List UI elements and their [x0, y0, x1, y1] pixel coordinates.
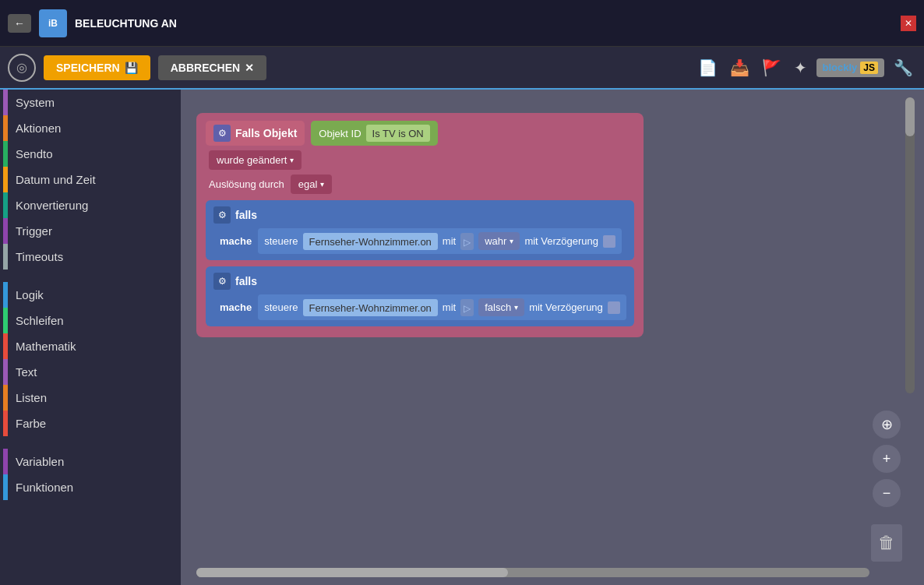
close-button[interactable]: ✕	[901, 16, 916, 31]
back-button[interactable]: ←	[8, 14, 31, 33]
steuere-2-label: steuere	[264, 301, 298, 313]
gear-icon-2[interactable]: ⚙	[213, 273, 231, 290]
wurde-geaendert-label: wurde geändert	[217, 154, 287, 166]
objekt-id-label: Objekt ID	[319, 128, 361, 139]
inner-block-2: ⚙ falls mache steuere Fernseher-Wohnzimm…	[206, 266, 634, 326]
cancel-button[interactable]: ABBRECHEN ✕	[158, 55, 266, 80]
sidebar-item-farbe[interactable]: Farbe	[0, 411, 181, 436]
wurde-geaendert-dropdown[interactable]: wurde geändert ▾	[209, 150, 302, 170]
mit-1-label: mit	[443, 235, 456, 247]
objekt-id-value-box[interactable]: Is TV is ON	[366, 125, 430, 142]
js-label: JS	[860, 62, 878, 74]
falls-1-label: falls	[235, 209, 257, 221]
mit-verzoegerung-1-label: mit Verzögerung	[524, 235, 598, 247]
zoom-out-button[interactable]: −	[873, 479, 901, 507]
sidebar-divider-2	[0, 436, 181, 449]
mache-1-label: mache	[220, 235, 252, 247]
horizontal-scrollbar-thumb	[196, 568, 508, 577]
app-icon: iB	[39, 9, 67, 37]
sidebar-item-system[interactable]: System	[0, 90, 181, 115]
wert-connector-1: ▷	[460, 233, 474, 250]
falsch-dropdown[interactable]: falsch ▾	[478, 298, 524, 316]
sidebar-item-trigger[interactable]: Trigger	[0, 218, 181, 244]
mache-2-row: mache steuere Fernseher-Wohnzimmer.on mi…	[213, 294, 626, 320]
mache-1-row: mache steuere Fernseher-Wohnzimmer.on mi…	[213, 228, 626, 254]
objekt-id-value: Is TV is ON	[372, 128, 424, 139]
sidebar-item-variablen[interactable]: Variablen	[0, 449, 181, 474]
verzoegerung-checkbox-1[interactable]	[603, 235, 615, 248]
sidebar-item-sendto[interactable]: Sendto	[0, 141, 181, 167]
ausloesung-durch-label: Auslösung durch	[209, 178, 284, 190]
save-icon: 💾	[125, 62, 138, 74]
device-2-box[interactable]: Fernseher-Wohnzimmer.on	[303, 299, 438, 316]
vertical-scrollbar-thumb	[905, 97, 915, 136]
canvas-area[interactable]: ⚙ Falls Objekt Objekt ID Is TV is ON wur…	[181, 90, 924, 585]
sidebar-item-funktionen[interactable]: Funktionen	[0, 474, 181, 500]
inner-block-1: ⚙ falls mache steuere Fernseher-Wohnzimm…	[206, 200, 634, 260]
import-icon-button[interactable]: 📄	[695, 55, 721, 80]
outer-block: ⚙ Falls Objekt Objekt ID Is TV is ON wur…	[196, 113, 644, 337]
sidebar-item-logik[interactable]: Logik	[0, 282, 181, 308]
target-icon: ◎	[8, 54, 36, 82]
wahr-dropdown[interactable]: wahr ▾	[478, 232, 520, 250]
objekt-id-block[interactable]: Objekt ID Is TV is ON	[311, 121, 437, 146]
row-falls-objekt: ⚙ Falls Objekt Objekt ID Is TV is ON	[206, 121, 634, 146]
sidebar-item-konvertierung[interactable]: Konvertierung	[0, 192, 181, 218]
zoom-controls: ⊕ + −	[873, 411, 901, 507]
export-icon-button[interactable]: 📥	[727, 55, 753, 80]
sidebar-item-schleifen[interactable]: Schleifen	[0, 308, 181, 333]
egal-dropdown[interactable]: egal ▾	[291, 174, 333, 194]
vertical-scrollbar[interactable]	[905, 97, 915, 393]
top-bar: ← iB BELEUCHTUNG AN ✕	[0, 0, 924, 47]
steuere-1-label: steuere	[264, 235, 298, 247]
wahr-label: wahr	[485, 235, 506, 247]
row-ausloesung: Auslösung durch egal ▾	[206, 174, 634, 194]
flag-icon-button[interactable]: 🚩	[759, 55, 785, 80]
cancel-icon: ✕	[245, 62, 254, 74]
toolbar: ◎ SPEICHERN 💾 ABBRECHEN ✕ 📄 📥 🚩 ✦ blockl…	[0, 47, 924, 90]
falls-objekt-label: Falls Objekt	[235, 127, 297, 139]
sidebar-item-text[interactable]: Text	[0, 359, 181, 385]
app-title: BELEUCHTUNG AN	[75, 17, 893, 30]
falls-objekt-block[interactable]: ⚙ Falls Objekt	[206, 121, 305, 146]
falls-2-label: falls	[235, 275, 257, 287]
sidebar-divider-1	[0, 270, 181, 282]
device-1-box[interactable]: Fernseher-Wohnzimmer.on	[303, 233, 438, 250]
sidebar-item-listen[interactable]: Listen	[0, 385, 181, 411]
mit-verzoegerung-2-label: mit Verzögerung	[529, 301, 603, 313]
settings-wrench-button[interactable]: 🔧	[890, 55, 916, 80]
zoom-in-button[interactable]: +	[873, 445, 901, 473]
trash-button[interactable]: 🗑	[871, 524, 902, 562]
sidebar-item-aktionen[interactable]: Aktionen	[0, 115, 181, 141]
falsch-label: falsch	[485, 301, 511, 313]
gear-icon-1[interactable]: ⚙	[213, 206, 231, 224]
device-2-label: Fernseher-Wohnzimmer.on	[309, 302, 432, 314]
horizontal-scrollbar[interactable]	[196, 568, 869, 577]
steuere-block-1[interactable]: steuere Fernseher-Wohnzimmer.on mit ▷ wa…	[258, 228, 622, 254]
verzoegerung-checkbox-2[interactable]	[608, 301, 620, 314]
sidebar-item-mathematik[interactable]: Mathematik	[0, 333, 181, 359]
sidebar-item-datum[interactable]: Datum und Zeit	[0, 167, 181, 192]
dropdown-arrow-wahr: ▾	[510, 237, 513, 245]
dropdown-arrow-falsch: ▾	[514, 303, 518, 312]
dropdown-arrow-egal: ▾	[320, 180, 324, 189]
egal-label: egal	[298, 178, 318, 190]
gear-icon[interactable]: ⚙	[213, 125, 231, 142]
mit-2-label: mit	[443, 301, 456, 313]
blockly-label: blockly	[823, 62, 858, 73]
falls-2-header: ⚙ falls	[213, 273, 626, 290]
blockly-js-badge[interactable]: blockly JS	[816, 58, 884, 77]
device-1-label: Fernseher-Wohnzimmer.on	[309, 236, 432, 248]
save-button[interactable]: SPEICHERN 💾	[44, 55, 150, 80]
zoom-center-button[interactable]: ⊕	[873, 411, 901, 439]
toolbar-icons: 📄 📥 🚩 ✦ blockly JS 🔧	[695, 55, 916, 80]
sparkle-icon-button[interactable]: ✦	[791, 55, 810, 80]
sidebar: System Aktionen Sendto Datum und Zeit Ko…	[0, 90, 181, 585]
steuere-block-2[interactable]: steuere Fernseher-Wohnzimmer.on mit ▷ fa…	[258, 294, 626, 320]
main-layout: System Aktionen Sendto Datum und Zeit Ko…	[0, 90, 924, 585]
sidebar-item-timeouts[interactable]: Timeouts	[0, 244, 181, 270]
blocks-container: ⚙ Falls Objekt Objekt ID Is TV is ON wur…	[196, 113, 644, 337]
row-wurde-geaendert: wurde geändert ▾	[206, 150, 634, 170]
falls-1-header: ⚙ falls	[213, 206, 626, 224]
mache-2-label: mache	[220, 301, 252, 313]
